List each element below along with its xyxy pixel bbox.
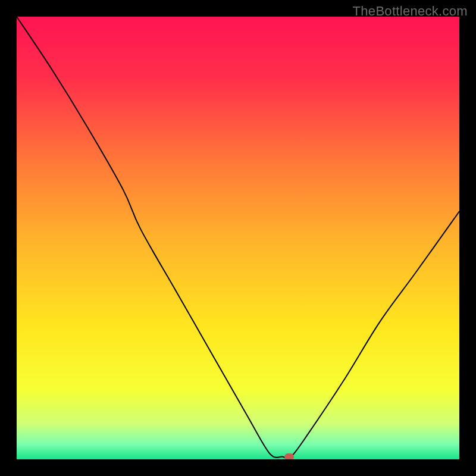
minimum-marker — [284, 453, 294, 459]
chart-frame: TheBottleneck.com — [0, 0, 476, 476]
watermark-text: TheBottleneck.com — [353, 4, 468, 19]
bottleneck-curve — [17, 17, 459, 459]
plot-area — [17, 17, 459, 459]
